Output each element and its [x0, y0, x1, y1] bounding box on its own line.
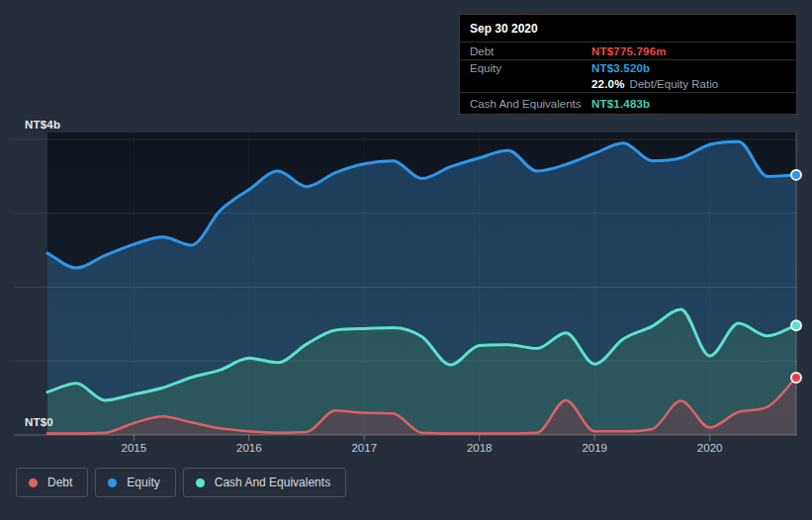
legend-label: Debt	[47, 476, 72, 489]
debt-equity-history-chart: NT$4b NT$0 201520162017201820192020 Sep …	[0, 0, 812, 520]
tooltip-cash-value: NT$1.483b	[591, 98, 650, 110]
debt-legend-dot-icon	[29, 478, 38, 487]
tooltip-row-debt: Debt NT$775.796m	[460, 43, 796, 59]
debt-last-point-marker[interactable]	[791, 373, 801, 383]
tooltip-ratio-label: Debt/Equity Ratio	[630, 78, 719, 90]
chart-legend: DebtEquityCash And Equivalents	[16, 468, 346, 497]
equity-last-point-marker[interactable]	[791, 170, 801, 180]
legend-item-equity[interactable]: Equity	[95, 468, 175, 497]
x-axis-label: 2017	[351, 442, 377, 454]
y-axis-label-0: NT$0	[25, 416, 53, 428]
tooltip-debt-value: NT$775.796m	[591, 45, 667, 57]
tooltip-cash-label: Cash And Equivalents	[470, 98, 591, 110]
tooltip: Sep 30 2020 Debt NT$775.796m Equity NT$3…	[459, 14, 797, 115]
equity-legend-dot-icon	[108, 478, 117, 487]
legend-item-debt[interactable]: Debt	[16, 468, 88, 497]
legend-item-cash-and-equivalents[interactable]: Cash And Equivalents	[183, 468, 346, 497]
tooltip-equity-label: Equity	[470, 62, 591, 74]
x-axis-label: 2018	[467, 442, 493, 454]
cash-and-equivalents-last-point-marker[interactable]	[791, 320, 801, 330]
legend-label: Equity	[127, 476, 159, 489]
x-axis-label: 2019	[582, 442, 607, 454]
x-axis-label: 2020	[697, 442, 723, 454]
tooltip-equity-value: NT$3.520b	[591, 62, 650, 74]
x-axis-label: 2015	[122, 442, 147, 454]
tooltip-date: Sep 30 2020	[460, 15, 796, 43]
tooltip-row-ratio: 22.0% Debt/Equity Ratio	[460, 76, 796, 92]
legend-label: Cash And Equivalents	[215, 476, 330, 489]
tooltip-ratio-value: 22.0%	[591, 78, 625, 90]
cash-and-equivalents-legend-dot-icon	[196, 478, 205, 487]
x-axis-label: 2016	[236, 442, 262, 454]
tooltip-row-equity: Equity NT$3.520b	[460, 59, 796, 76]
tooltip-row-cash: Cash And Equivalents NT$1.483b	[460, 92, 796, 114]
y-axis-label-4b: NT$4b	[25, 119, 60, 130]
tooltip-debt-label: Debt	[470, 45, 591, 57]
